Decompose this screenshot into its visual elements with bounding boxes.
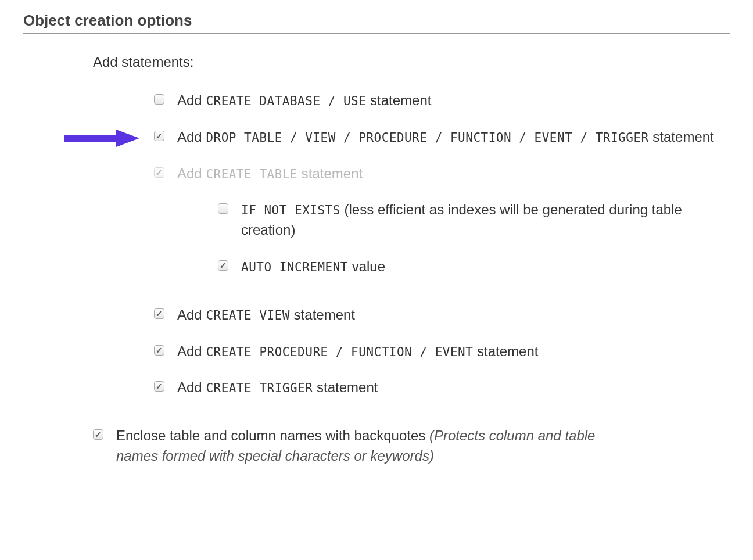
code-text: IF NOT EXISTS — [241, 203, 340, 217]
option-backquotes: Enclose table and column names with back… — [93, 426, 730, 466]
label-create-database: Add CREATE DATABASE / USE statement — [177, 91, 431, 111]
checkbox-create-procedure[interactable] — [154, 345, 164, 356]
option-if-not-exists: IF NOT EXISTS (less efficient as indexes… — [218, 200, 730, 240]
text-suffix: value — [348, 259, 385, 274]
text-suffix: statement — [290, 307, 355, 322]
label-create-trigger: Add CREATE TRIGGER statement — [177, 378, 378, 398]
label-auto-increment: AUTO_INCREMENT value — [241, 257, 385, 277]
option-create-table: Add CREATE TABLE statement — [154, 164, 730, 184]
text-suffix: statement — [297, 166, 363, 181]
checkbox-auto-increment[interactable] — [218, 260, 228, 271]
checkbox-backquotes[interactable] — [93, 429, 103, 440]
checkbox-create-view[interactable] — [154, 308, 164, 319]
checkbox-create-table — [154, 167, 164, 178]
option-drop-table: Add DROP TABLE / VIEW / PROCEDURE / FUNC… — [142, 127, 730, 148]
text-prefix: Add — [177, 379, 206, 395]
arrow-right-icon — [61, 128, 139, 148]
text-suffix: statement — [649, 129, 714, 145]
code-text: DROP TABLE / VIEW / PROCEDURE / FUNCTION… — [206, 131, 648, 145]
text-suffix: statement — [473, 343, 538, 359]
code-text: CREATE TRIGGER — [206, 381, 313, 395]
group-title-add-statements: Add statements: — [93, 54, 730, 70]
code-text: CREATE TABLE — [206, 167, 297, 181]
code-text: AUTO_INCREMENT — [241, 260, 348, 274]
checkbox-create-database[interactable] — [154, 94, 164, 105]
checkbox-drop-table[interactable] — [154, 131, 164, 141]
label-backquotes: Enclose table and column names with back… — [116, 426, 639, 466]
code-text: CREATE DATABASE / USE — [206, 94, 366, 108]
text-prefix: Add — [177, 166, 206, 181]
text-suffix: statement — [366, 92, 431, 108]
option-create-database: Add CREATE DATABASE / USE statement — [154, 91, 730, 111]
label-create-view: Add CREATE VIEW statement — [177, 305, 355, 325]
text-main: Enclose table and column names with back… — [116, 428, 429, 443]
option-create-view: Add CREATE VIEW statement — [154, 305, 730, 325]
label-create-table: Add CREATE TABLE statement — [177, 164, 363, 184]
label-if-not-exists: IF NOT EXISTS (less efficient as indexes… — [241, 200, 729, 240]
code-text: CREATE PROCEDURE / FUNCTION / EVENT — [206, 345, 473, 359]
svg-marker-1 — [116, 130, 139, 147]
label-create-procedure: Add CREATE PROCEDURE / FUNCTION / EVENT … — [177, 342, 538, 362]
checkbox-create-trigger[interactable] — [154, 381, 164, 392]
checkbox-if-not-exists[interactable] — [218, 203, 228, 214]
section-title: Object creation options — [23, 12, 730, 34]
label-drop-table: Add DROP TABLE / VIEW / PROCEDURE / FUNC… — [177, 127, 714, 148]
text-prefix: Add — [177, 307, 206, 322]
text-prefix: Add — [177, 92, 206, 108]
option-auto-increment: AUTO_INCREMENT value — [218, 257, 730, 277]
option-create-trigger: Add CREATE TRIGGER statement — [154, 378, 730, 398]
text-prefix: Add — [177, 343, 206, 359]
text-prefix: Add — [177, 129, 206, 145]
text-suffix: statement — [313, 379, 378, 395]
option-create-procedure: Add CREATE PROCEDURE / FUNCTION / EVENT … — [154, 342, 730, 362]
code-text: CREATE VIEW — [206, 308, 290, 322]
